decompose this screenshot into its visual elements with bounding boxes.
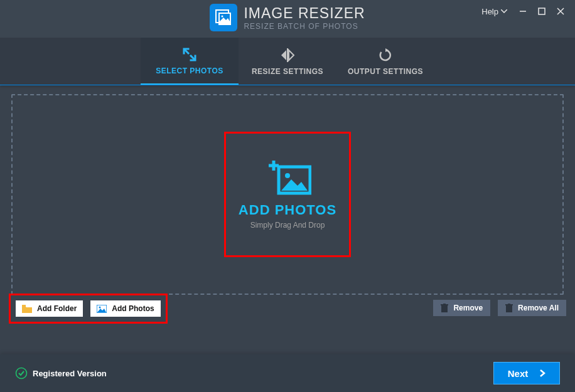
drop-area[interactable]: ADD PHOTOS Simply Drag And Drop xyxy=(11,94,564,295)
photo-icon xyxy=(97,305,107,313)
close-icon xyxy=(557,8,564,15)
app-icon xyxy=(210,4,237,31)
registered-label: Registered Version xyxy=(33,369,107,378)
tab-label: RESIZE SETTINGS xyxy=(252,67,323,76)
svg-line-7 xyxy=(190,55,195,60)
button-label: Add Folder xyxy=(37,304,77,313)
maximize-icon xyxy=(538,8,545,15)
folder-icon xyxy=(22,305,32,313)
add-photos-box[interactable]: ADD PHOTOS Simply Drag And Drop xyxy=(224,132,351,257)
tab-resize-settings[interactable]: RESIZE SETTINGS xyxy=(239,38,336,85)
svg-rect-13 xyxy=(22,305,26,307)
help-menu[interactable]: Help xyxy=(475,4,513,19)
refresh-icon xyxy=(379,47,392,63)
svg-line-6 xyxy=(185,50,189,54)
main-area: ADD PHOTOS Simply Drag And Drop Add Fold… xyxy=(0,85,575,324)
tab-output-settings[interactable]: OUTPUT SETTINGS xyxy=(336,38,434,85)
nav-tabs: SELECT PHOTOS RESIZE SETTINGS OUTPUT SET… xyxy=(0,38,575,85)
svg-rect-5 xyxy=(539,8,545,14)
minimize-icon xyxy=(519,8,527,15)
svg-rect-19 xyxy=(506,305,512,312)
add-photo-icon xyxy=(264,159,311,196)
chevron-right-icon xyxy=(539,369,545,378)
trash-icon xyxy=(441,304,448,312)
svg-rect-21 xyxy=(508,304,510,305)
left-buttons-highlight: Add Folder Add Photos xyxy=(9,294,168,324)
button-label: Remove xyxy=(453,304,483,312)
tab-label: SELECT PHOTOS xyxy=(156,66,223,75)
app-title: IMAGE RESIZER xyxy=(244,5,365,22)
help-label: Help xyxy=(481,7,498,16)
svg-point-15 xyxy=(99,306,101,308)
remove-button[interactable]: Remove xyxy=(433,300,490,316)
chevron-down-icon xyxy=(501,9,507,13)
add-photos-button[interactable]: Add Photos xyxy=(90,300,160,317)
close-button[interactable] xyxy=(551,4,570,19)
button-label: Next xyxy=(508,368,529,379)
expand-arrows-icon xyxy=(183,46,196,63)
footer-bar: Registered Version Next xyxy=(0,354,575,392)
trash-icon xyxy=(505,304,513,312)
check-circle-icon xyxy=(15,367,28,379)
svg-rect-16 xyxy=(441,305,448,312)
svg-point-12 xyxy=(285,173,290,178)
app-subtitle: RESIZE BATCH OF PHOTOS xyxy=(244,22,365,31)
tab-label: OUTPUT SETTINGS xyxy=(348,67,423,76)
button-label: Remove All xyxy=(518,304,559,312)
mirror-icon xyxy=(279,47,296,63)
next-button[interactable]: Next xyxy=(493,362,560,384)
add-photos-subtitle: Simply Drag And Drop xyxy=(250,221,325,230)
maximize-button[interactable] xyxy=(532,4,551,19)
svg-point-3 xyxy=(222,16,223,18)
svg-rect-18 xyxy=(443,304,446,305)
minimize-button[interactable] xyxy=(513,4,532,19)
add-photos-title: ADD PHOTOS xyxy=(239,202,336,218)
tab-select-photos[interactable]: SELECT PHOTOS xyxy=(141,38,239,85)
registered-status: Registered Version xyxy=(15,367,107,379)
svg-point-22 xyxy=(16,368,27,379)
button-label: Add Photos xyxy=(112,304,154,313)
title-bar: IMAGE RESIZER RESIZE BATCH OF PHOTOS Hel… xyxy=(0,0,575,38)
remove-all-button[interactable]: Remove All xyxy=(498,300,566,316)
add-folder-button[interactable]: Add Folder xyxy=(16,300,83,317)
